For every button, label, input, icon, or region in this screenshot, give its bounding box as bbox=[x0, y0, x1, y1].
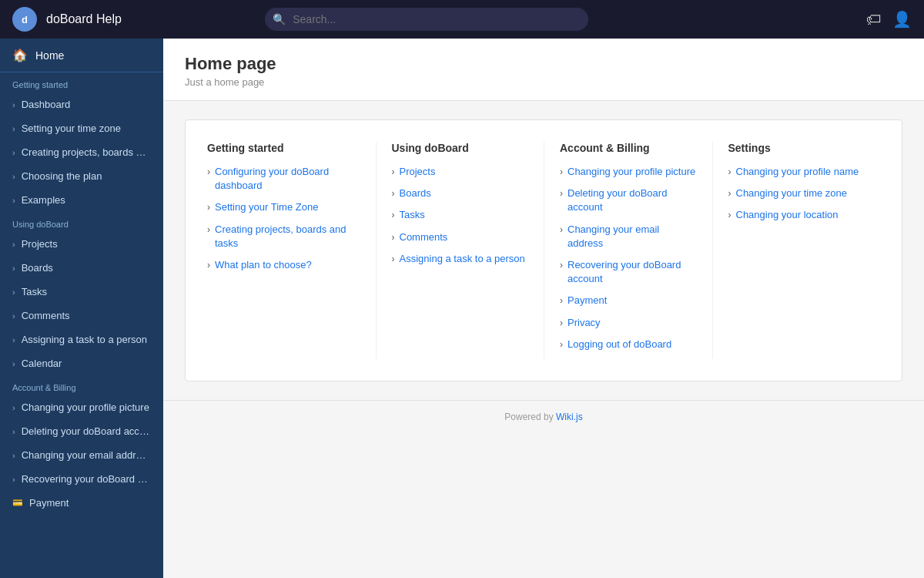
section-title-settings: Settings bbox=[728, 142, 865, 154]
list-item: › Privacy bbox=[560, 316, 697, 330]
bullet-icon: › bbox=[392, 232, 395, 243]
bullet-icon: › bbox=[560, 339, 563, 350]
bullet-icon: › bbox=[728, 188, 732, 199]
sidebar-item-creating-projects[interactable]: › Creating projects, boards and ... bbox=[0, 140, 163, 164]
sidebar-item-comments[interactable]: › Comments bbox=[0, 304, 163, 328]
list-item: › Changing your profile name bbox=[728, 165, 865, 179]
list-item: › Recovering your doBoard account bbox=[560, 258, 697, 286]
link-change-timezone[interactable]: Changing your time zone bbox=[736, 187, 848, 200]
section-using-doboard: Using doBoard › Projects › Boards › Task bbox=[376, 142, 544, 359]
link-deleting-account[interactable]: Deleting your doBoard account bbox=[567, 187, 697, 214]
search-container: 🔍 bbox=[265, 8, 588, 31]
search-input[interactable] bbox=[265, 8, 588, 31]
link-profile-name[interactable]: Changing your profile name bbox=[736, 165, 859, 179]
sidebar-item-examples[interactable]: › Examples bbox=[0, 188, 163, 212]
list-item: › Changing your location bbox=[728, 208, 865, 222]
bullet-icon: › bbox=[392, 188, 395, 199]
list-item: › Boards bbox=[392, 187, 529, 200]
link-logging-out[interactable]: Logging out of doBoard bbox=[567, 338, 671, 351]
tags-icon[interactable]: 🏷 bbox=[866, 11, 882, 29]
bullet-icon: › bbox=[560, 188, 563, 199]
list-item: › Logging out of doBoard bbox=[560, 338, 697, 351]
chevron-icon: 💳 bbox=[12, 498, 23, 508]
sidebar-item-email-address[interactable]: › Changing your email address bbox=[0, 443, 163, 467]
link-change-location[interactable]: Changing your location bbox=[736, 208, 839, 222]
sidebar-item-assigning-task[interactable]: › Assigning a task to a person bbox=[0, 328, 163, 351]
chevron-icon: › bbox=[12, 264, 15, 273]
chevron-icon: › bbox=[12, 311, 15, 321]
bullet-icon: › bbox=[392, 210, 395, 220]
sidebar-item-delete-account[interactable]: › Deleting your doBoard account bbox=[0, 419, 163, 443]
sidebar-item-label: Payment bbox=[29, 497, 151, 509]
bullet-icon: › bbox=[560, 318, 563, 328]
sidebar: 🏠 Home Getting started › Dashboard › Set… bbox=[0, 39, 163, 578]
section-title-using-doboard: Using doBoard bbox=[392, 142, 529, 154]
link-assigning-task[interactable]: Assigning a task to a person bbox=[400, 252, 525, 266]
chevron-icon: › bbox=[12, 148, 15, 157]
sidebar-item-label: Changing your profile picture bbox=[22, 402, 151, 413]
section-title-account-billing: Account & Billing bbox=[560, 142, 697, 154]
bullet-icon: › bbox=[207, 260, 210, 271]
chevron-icon: › bbox=[12, 427, 15, 436]
sidebar-home[interactable]: 🏠 Home bbox=[0, 39, 163, 72]
sidebar-item-boards[interactable]: › Boards bbox=[0, 256, 163, 280]
app-title: doBoard Help bbox=[46, 12, 122, 26]
sidebar-section-account-billing: Account & Billing bbox=[0, 375, 163, 395]
link-configuring-dashboard[interactable]: Configuring your doBoard dashboard bbox=[215, 165, 360, 193]
list-item: › Creating projects, boards and tasks bbox=[207, 223, 360, 250]
bullet-icon: › bbox=[207, 202, 210, 213]
link-creating-projects[interactable]: Creating projects, boards and tasks bbox=[215, 223, 360, 250]
content-body: Getting started › Configuring your doBoa… bbox=[163, 101, 924, 400]
sidebar-item-label: Choosing the plan bbox=[22, 170, 151, 182]
navbar: d doBoard Help 🔍 🏷 👤 bbox=[0, 0, 924, 39]
section-links-account-billing: › Changing your profile picture › Deleti… bbox=[560, 165, 697, 351]
sidebar-item-label: Examples bbox=[22, 194, 151, 206]
sidebar-item-recover-account[interactable]: › Recovering your doBoard acc... bbox=[0, 467, 163, 491]
list-item: › Tasks bbox=[392, 208, 529, 222]
footer-link[interactable]: Wiki.js bbox=[556, 412, 583, 422]
sidebar-item-choosing-plan[interactable]: › Choosing the plan bbox=[0, 164, 163, 188]
link-tasks[interactable]: Tasks bbox=[400, 208, 425, 222]
link-projects[interactable]: Projects bbox=[400, 165, 436, 179]
page-title: Home page bbox=[185, 54, 902, 74]
list-item: › Comments bbox=[392, 230, 529, 244]
sidebar-item-label: Tasks bbox=[22, 286, 151, 297]
search-icon: 🔍 bbox=[273, 13, 286, 25]
list-item: › Assigning a task to a person bbox=[392, 252, 529, 266]
page-header: Home page Just a home page bbox=[163, 39, 924, 101]
link-privacy[interactable]: Privacy bbox=[567, 316, 601, 330]
user-icon[interactable]: 👤 bbox=[892, 10, 912, 29]
sidebar-item-time-zone[interactable]: › Setting your time zone bbox=[0, 116, 163, 140]
chevron-icon: › bbox=[12, 451, 15, 460]
home-icon: 🏠 bbox=[12, 48, 28, 62]
sidebar-item-payment[interactable]: 💳 Payment bbox=[0, 491, 163, 515]
link-profile-picture[interactable]: Changing your profile picture bbox=[567, 165, 695, 179]
section-links-settings: › Changing your profile name › Changing … bbox=[728, 165, 865, 223]
chevron-icon: › bbox=[12, 100, 15, 109]
list-item: › Configuring your doBoard dashboard bbox=[207, 165, 360, 193]
sidebar-item-label: Calendar bbox=[22, 358, 151, 369]
sidebar-item-tasks[interactable]: › Tasks bbox=[0, 280, 163, 304]
link-email-address[interactable]: Changing your email address bbox=[567, 223, 697, 250]
link-comments[interactable]: Comments bbox=[400, 230, 448, 244]
sidebar-item-calendar[interactable]: › Calendar bbox=[0, 351, 163, 375]
sidebar-item-label: Comments bbox=[22, 310, 151, 321]
sidebar-home-label: Home bbox=[35, 49, 64, 62]
sidebar-item-projects[interactable]: › Projects bbox=[0, 232, 163, 256]
link-recovering-account[interactable]: Recovering your doBoard account bbox=[567, 258, 697, 286]
list-item: › Setting your Time Zone bbox=[207, 200, 360, 214]
chevron-icon: › bbox=[12, 172, 15, 181]
footer: Powered by Wiki.js bbox=[163, 400, 924, 433]
sidebar-item-profile-picture[interactable]: › Changing your profile picture bbox=[0, 395, 163, 419]
sidebar-item-dashboard[interactable]: › Dashboard bbox=[0, 92, 163, 116]
list-item: › What plan to choose? bbox=[207, 258, 360, 272]
navbar-actions: 🏷 👤 bbox=[866, 10, 912, 29]
bullet-icon: › bbox=[560, 166, 563, 177]
footer-text: Powered by bbox=[504, 412, 556, 422]
link-setting-timezone[interactable]: Setting your Time Zone bbox=[215, 200, 318, 214]
bullet-icon: › bbox=[728, 210, 732, 220]
link-boards[interactable]: Boards bbox=[400, 187, 431, 200]
link-payment[interactable]: Payment bbox=[567, 294, 607, 307]
bullet-icon: › bbox=[207, 166, 210, 177]
link-what-plan[interactable]: What plan to choose? bbox=[215, 258, 312, 272]
